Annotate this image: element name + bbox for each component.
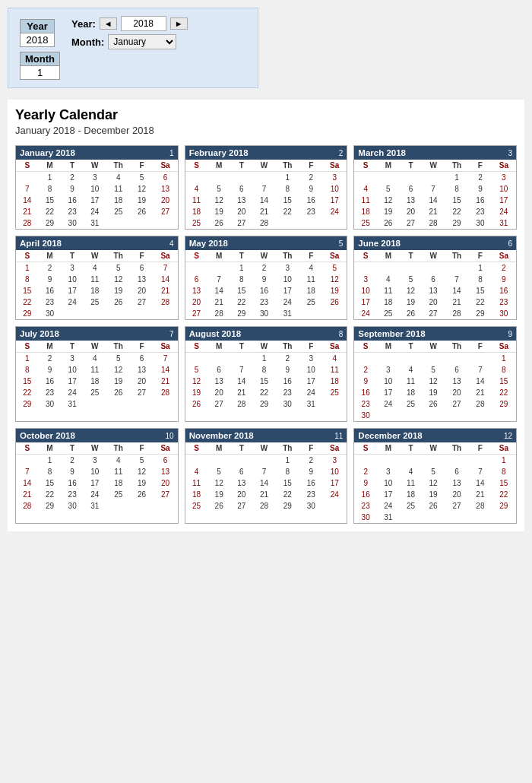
day-cell: 5: [322, 262, 347, 274]
day-cell: 15: [39, 195, 62, 206]
day-header: Th: [275, 250, 299, 262]
month-number: 10: [166, 432, 174, 440]
day-cell: 22: [492, 489, 516, 500]
day-cell: 2: [39, 353, 62, 365]
month-calendar: March 20183SMTWThFSa12345678910111213141…: [353, 145, 517, 230]
month-calendar: December 201812SMTWThFSa1234567891011121…: [353, 428, 517, 524]
day-cell: 22: [39, 206, 62, 217]
day-cell: 28: [207, 308, 230, 319]
day-cell: 4: [84, 353, 106, 365]
day-cell: 28: [230, 398, 253, 410]
day-cell: 28: [422, 217, 445, 229]
day-cell: [84, 308, 106, 319]
month-control: Month: January February March April May …: [71, 34, 188, 49]
calendar-table: SMTWThFSa1234567891011121314151617181920…: [185, 250, 347, 319]
day-cell: 25: [354, 217, 377, 229]
table-row: 2345678: [354, 364, 516, 376]
day-cell: 14: [469, 477, 492, 489]
day-cell: 5: [106, 353, 131, 365]
day-cell: [322, 217, 347, 229]
day-cell: 5: [422, 466, 445, 477]
table-row: 123: [185, 455, 347, 467]
day-header: S: [354, 250, 377, 262]
day-cell: 27: [445, 500, 469, 512]
table-row: 252627282930: [185, 500, 347, 512]
day-cell: 28: [16, 500, 39, 512]
day-cell: 19: [422, 489, 445, 500]
day-cell: 3: [377, 466, 400, 477]
day-cell: 23: [492, 296, 516, 308]
day-cell: 31: [492, 217, 516, 229]
day-cell: 1: [16, 353, 39, 365]
table-row: 9101112131415: [354, 376, 516, 387]
day-cell: 8: [469, 274, 492, 285]
day-cell: 6: [445, 364, 469, 376]
day-cell: 10: [84, 183, 106, 195]
day-cell: 12: [131, 466, 154, 477]
day-cell: 15: [492, 477, 516, 489]
table-row: 1: [354, 353, 516, 365]
day-cell: 6: [400, 183, 423, 195]
day-cell: 7: [422, 183, 445, 195]
day-cell: 12: [422, 376, 445, 387]
calendar-table: SMTWThFSa1234567891011121314151617181920…: [16, 160, 178, 229]
day-header: S: [16, 250, 39, 262]
month-calendar: July 20187SMTWThFSa123456789101112131415…: [15, 326, 179, 422]
month-select[interactable]: January February March April May June Ju…: [108, 34, 176, 49]
day-cell: 21: [469, 387, 492, 398]
table-row: 45678910: [354, 183, 516, 195]
day-cell: 28: [16, 217, 39, 229]
year-next-button[interactable]: ►: [170, 17, 188, 30]
day-cell: 1: [275, 455, 299, 467]
day-cell: [84, 398, 106, 410]
day-cell: 21: [469, 489, 492, 500]
table-row: 28293031: [16, 217, 178, 229]
month-header: September 20189: [354, 327, 516, 341]
day-cell: [106, 308, 131, 319]
calendar-table: SMTWThFSa1234567891011121314151617181920…: [354, 160, 516, 229]
day-header: M: [377, 341, 400, 353]
month-number: 9: [508, 330, 512, 338]
month-label: Month: [21, 52, 60, 66]
day-header: Th: [106, 442, 131, 455]
table-row: 15161718192021: [16, 285, 178, 296]
day-cell: 23: [39, 296, 62, 308]
year-display: 2018: [121, 16, 166, 31]
day-header: W: [84, 160, 106, 172]
day-header: W: [253, 250, 276, 262]
day-cell: 28: [253, 500, 276, 512]
day-cell: 14: [153, 274, 177, 285]
table-row: 16171819202122: [354, 387, 516, 398]
month-value: 1: [21, 66, 60, 80]
calendar-table: SMTWThFSa1234567891011121314151617181920…: [16, 341, 178, 410]
month-calendar: April 20184SMTWThFSa12345678910111213141…: [15, 236, 179, 320]
day-cell: 16: [39, 285, 62, 296]
day-header: F: [131, 341, 154, 353]
table-row: 11121314151617: [185, 477, 347, 489]
day-cell: 4: [377, 274, 400, 285]
day-cell: 24: [377, 398, 400, 410]
year-prev-button[interactable]: ◄: [100, 17, 117, 30]
month-number: 5: [339, 239, 344, 248]
day-cell: 28: [153, 387, 177, 398]
day-cell: 1: [469, 262, 492, 274]
day-header: T: [61, 341, 84, 353]
day-cell: [469, 455, 492, 467]
day-cell: 3: [322, 172, 347, 184]
day-cell: 3: [322, 455, 347, 467]
day-cell: 20: [153, 477, 177, 489]
day-cell: 26: [422, 500, 445, 512]
day-header: F: [131, 160, 154, 172]
day-cell: 8: [445, 183, 469, 195]
day-cell: 4: [106, 172, 131, 184]
day-cell: 29: [492, 500, 516, 512]
day-cell: 21: [253, 489, 276, 500]
day-header: S: [16, 442, 39, 455]
day-cell: 15: [445, 195, 469, 206]
day-cell: [106, 398, 131, 410]
day-header: M: [207, 250, 230, 262]
day-cell: 31: [377, 512, 400, 523]
day-cell: 6: [153, 455, 177, 467]
day-cell: 12: [422, 477, 445, 489]
day-cell: 17: [275, 285, 299, 296]
